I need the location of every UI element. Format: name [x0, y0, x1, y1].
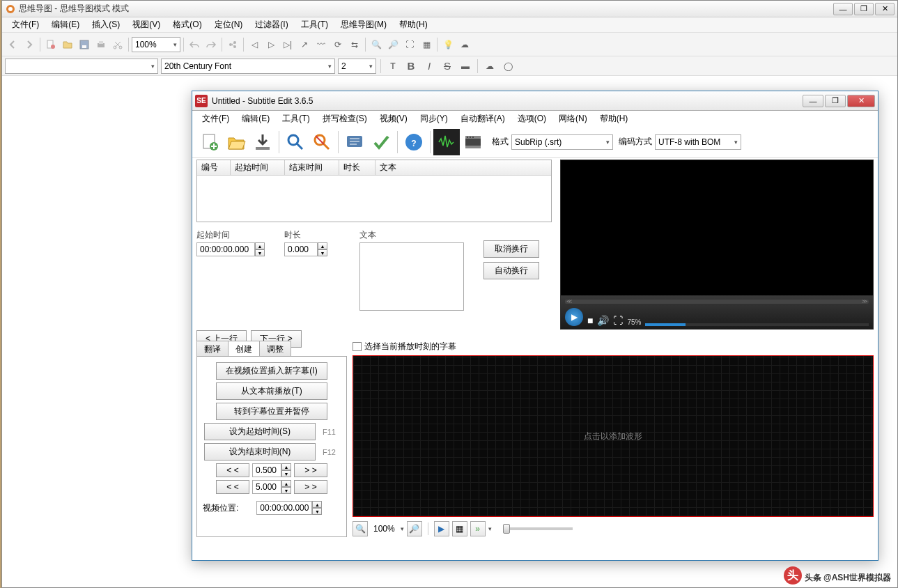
menu-format[interactable]: 格式(O) — [167, 17, 207, 32]
waveform-panel[interactable]: 点击以添加波形 — [353, 355, 874, 517]
save-icon[interactable] — [77, 37, 92, 52]
stop-icon[interactable]: ■ — [587, 315, 593, 326]
zoom-in-icon[interactable]: 🔍 — [369, 37, 384, 52]
settings-icon[interactable] — [341, 129, 368, 155]
menu-mindmap[interactable]: 思维导图(M) — [335, 17, 392, 32]
encoding-combo[interactable]: UTF-8 with BOM — [655, 134, 741, 150]
insert-at-video-button[interactable]: 在视频位置插入新字幕(I) — [216, 362, 327, 380]
font-size-combo[interactable]: 2 — [338, 59, 376, 74]
dur-spin-up[interactable]: ▲ — [318, 242, 327, 249]
nav-back-icon[interactable] — [5, 37, 20, 52]
sub-menu-sync[interactable]: 同步(Y) — [415, 111, 454, 126]
bold-icon[interactable]: B — [403, 59, 419, 74]
video-progress-bar[interactable] — [645, 323, 869, 326]
sound-prev-icon[interactable]: ◁ — [247, 37, 262, 52]
sub-menu-network[interactable]: 网络(N) — [553, 111, 593, 126]
sub-menu-tools[interactable]: 工具(T) — [277, 111, 315, 126]
menu-edit[interactable]: 编辑(E) — [46, 17, 85, 32]
open-file-icon[interactable] — [223, 129, 249, 155]
fullscreen-icon[interactable]: ⛶ — [613, 315, 623, 326]
wave-slider[interactable] — [503, 527, 573, 530]
fwd-big-button[interactable]: > > — [294, 480, 327, 494]
col-duration[interactable]: 时长 — [339, 160, 376, 175]
subtitle-text-input[interactable] — [359, 242, 464, 311]
cloud-icon[interactable]: ☁ — [457, 37, 472, 52]
sync-icon[interactable]: ⇆ — [347, 37, 362, 52]
sub-menu-autotranslate[interactable]: 自动翻译(A) — [455, 111, 511, 126]
wave-slider-thumb[interactable] — [503, 524, 510, 534]
italic-icon[interactable]: I — [421, 59, 437, 74]
small-spin-up[interactable]: ▲ — [281, 463, 291, 470]
duration-input[interactable] — [284, 242, 318, 256]
zoom-out-icon[interactable]: 🔎 — [385, 37, 401, 52]
refresh-icon[interactable]: ⟳ — [330, 37, 346, 52]
menu-help[interactable]: 帮助(H) — [394, 17, 433, 32]
col-number[interactable]: 编号 — [197, 160, 231, 175]
wave-zoom-out-icon[interactable]: 🔍 — [353, 521, 368, 536]
video-icon[interactable] — [460, 129, 486, 155]
sound-next-icon[interactable]: ▷| — [280, 37, 295, 52]
menu-file[interactable]: 文件(F) — [6, 17, 45, 32]
close-button[interactable]: ✕ — [875, 3, 895, 15]
bubble-icon[interactable]: ◯ — [500, 59, 516, 74]
cloud-shape-icon[interactable]: ☁ — [482, 59, 497, 74]
tab-create[interactable]: 创建 — [228, 341, 260, 356]
play-button[interactable]: ▶ — [565, 308, 583, 326]
strike-icon[interactable]: S — [440, 59, 455, 74]
save-file-icon[interactable] — [249, 129, 276, 155]
back-small-button[interactable]: < < — [216, 463, 249, 477]
col-text[interactable]: 文本 — [376, 160, 551, 175]
style-combo[interactable] — [5, 59, 158, 74]
format-combo[interactable]: SubRip (.srt) — [511, 134, 613, 150]
col-start[interactable]: 起始时间 — [231, 160, 285, 175]
vpos-spin-up[interactable]: ▲ — [312, 501, 322, 508]
open-icon[interactable] — [60, 37, 75, 52]
font-name-combo[interactable]: 20th Century Font — [161, 59, 335, 74]
sub-menu-help[interactable]: 帮助(H) — [594, 111, 634, 126]
grid-icon[interactable]: ▦ — [419, 37, 434, 52]
big-spin-down[interactable]: ▼ — [281, 487, 291, 494]
menu-tools[interactable]: 工具(T) — [295, 17, 334, 32]
wave-forward-icon[interactable]: » — [470, 521, 486, 536]
help-icon[interactable]: ? — [401, 129, 427, 155]
col-end[interactable]: 结束时间 — [285, 160, 339, 175]
set-start-button[interactable]: 设为起始时间(S) — [204, 423, 316, 440]
fit-icon[interactable]: ⛶ — [402, 37, 417, 52]
find-icon[interactable] — [282, 129, 309, 155]
undo-icon[interactable] — [187, 37, 202, 52]
menu-insert[interactable]: 插入(S) — [86, 17, 125, 32]
start-time-input[interactable] — [196, 242, 255, 256]
small-spin-down[interactable]: ▼ — [281, 470, 291, 477]
sub-close-button[interactable]: ✕ — [847, 95, 875, 107]
bulb-icon[interactable]: 💡 — [440, 37, 456, 52]
dur-spin-down[interactable]: ▼ — [318, 249, 327, 256]
menu-locate[interactable]: 定位(N) — [209, 17, 249, 32]
sub-maximize-button[interactable]: ❐ — [825, 95, 846, 107]
back-big-button[interactable]: < < — [216, 480, 249, 494]
zoom-combo[interactable]: 100% — [132, 37, 180, 52]
unwrap-button[interactable]: 取消换行 — [483, 240, 539, 258]
redo-icon[interactable] — [203, 37, 219, 52]
goto-pause-button[interactable]: 转到字幕位置并暂停 — [216, 403, 327, 420]
arrow-up-icon[interactable]: ↗ — [297, 37, 312, 52]
sub-menu-options[interactable]: 选项(O) — [512, 111, 552, 126]
big-spin-up[interactable]: ▲ — [281, 480, 291, 487]
new-file-icon[interactable] — [196, 129, 223, 155]
menu-filter[interactable]: 过滤器(I) — [249, 17, 293, 32]
check-icon[interactable] — [368, 129, 394, 155]
highlight-icon[interactable]: ▬ — [458, 59, 473, 74]
maximize-button[interactable]: ❐ — [854, 3, 874, 15]
new-icon[interactable] — [43, 37, 59, 52]
set-end-button[interactable]: 设为结束时间(N) — [204, 443, 316, 461]
node-icon[interactable] — [225, 37, 240, 52]
small-step-input[interactable] — [252, 463, 281, 477]
zoom-dropdown-icon[interactable]: ▾ — [401, 525, 404, 532]
cut-icon[interactable] — [110, 37, 125, 52]
start-spin-up[interactable]: ▲ — [255, 242, 265, 249]
waveform-icon[interactable] — [433, 129, 460, 155]
replace-icon[interactable] — [309, 129, 335, 155]
big-step-input[interactable] — [252, 480, 281, 494]
autowrap-button[interactable]: 自动换行 — [483, 262, 539, 279]
tab-translate[interactable]: 翻译 — [196, 341, 229, 356]
print-icon[interactable] — [93, 37, 109, 52]
